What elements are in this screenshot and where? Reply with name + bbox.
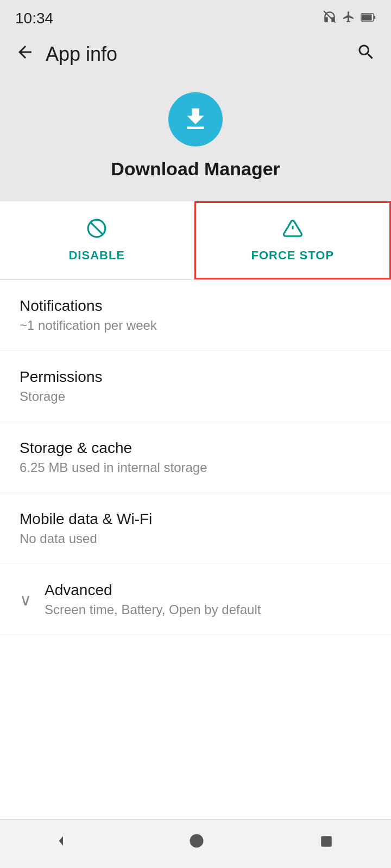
nav-back-button[interactable] [58,833,74,853]
back-button[interactable] [15,42,35,66]
storage-title: Storage & cache [20,439,207,457]
permissions-subtitle: Storage [20,389,102,404]
force-stop-icon [282,218,303,243]
actions-row: DISABLE FORCE STOP [0,201,391,280]
app-bar-left: App info [15,42,117,66]
force-stop-button[interactable]: FORCE STOP [194,201,392,279]
list-section: Notifications ~1 notification per week P… [0,280,391,819]
svg-rect-10 [321,836,332,847]
storage-content: Storage & cache 6.25 MB used in internal… [20,439,207,475]
disable-button[interactable]: DISABLE [0,201,194,279]
airplane-icon [342,10,355,27]
mute-icon [323,10,337,27]
svg-line-5 [91,222,103,234]
svg-rect-2 [362,15,372,21]
advanced-content: Advanced Screen time, Battery, Open by d… [45,582,261,617]
svg-point-9 [190,834,203,848]
permissions-item[interactable]: Permissions Storage [0,351,391,422]
advanced-subtitle: Screen time, Battery, Open by default [45,602,261,617]
app-icon [168,92,223,146]
battery-icon [361,11,376,25]
mobile-data-item[interactable]: Mobile data & Wi-Fi No data used [0,493,391,564]
storage-item[interactable]: Storage & cache 6.25 MB used in internal… [0,422,391,493]
nav-home-button[interactable] [188,833,205,853]
app-bar: App info [0,33,391,76]
chevron-down-icon: ∨ [20,590,31,609]
app-name: Download Manager [111,158,280,180]
svg-marker-8 [59,836,63,846]
advanced-title: Advanced [45,582,261,599]
nav-bar [0,819,391,868]
permissions-content: Permissions Storage [20,368,102,404]
mobile-data-title: Mobile data & Wi-Fi [20,510,152,528]
status-icons [323,10,376,27]
status-bar: 10:34 [0,0,391,33]
notifications-content: Notifications ~1 notification per week [20,297,157,333]
force-stop-label: FORCE STOP [251,248,334,263]
disable-icon [86,218,107,243]
app-header: Download Manager [0,76,391,201]
notifications-item[interactable]: Notifications ~1 notification per week [0,280,391,351]
page-title: App info [46,43,117,66]
mobile-data-content: Mobile data & Wi-Fi No data used [20,510,152,546]
disable-label: DISABLE [68,248,125,263]
status-time: 10:34 [15,10,53,27]
search-icon[interactable] [356,42,376,66]
notifications-title: Notifications [20,297,157,315]
storage-subtitle: 6.25 MB used in internal storage [20,460,207,475]
advanced-item[interactable]: ∨ Advanced Screen time, Battery, Open by… [0,564,391,635]
nav-recent-button[interactable] [319,834,333,852]
notifications-subtitle: ~1 notification per week [20,318,157,333]
permissions-title: Permissions [20,368,102,386]
mobile-data-subtitle: No data used [20,531,152,546]
svg-rect-3 [374,16,375,19]
download-icon [181,105,210,134]
